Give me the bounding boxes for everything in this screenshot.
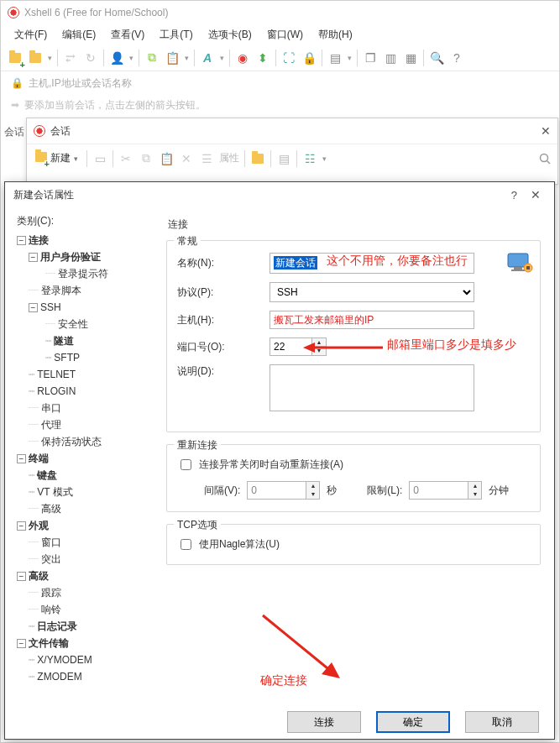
tree-appearance[interactable]: 外观 (29, 520, 49, 531)
delete-icon[interactable]: ✕ (179, 151, 194, 166)
props-icon[interactable]: ☰ (199, 151, 214, 166)
new-tab-icon[interactable]: + (8, 50, 23, 65)
port-input[interactable] (270, 337, 311, 356)
tree-filetransfer[interactable]: 文件传输 (29, 637, 69, 649)
tree-serial[interactable]: 串口 (41, 402, 61, 414)
tree-login-prompt[interactable]: 登录提示符 (58, 268, 108, 280)
spin-up-icon[interactable]: ▲ (468, 482, 481, 490)
interval-spinner[interactable]: ▲▼ (247, 481, 320, 500)
sessions-tab[interactable]: 会话 (4, 125, 24, 139)
tree-vtmode[interactable]: VT 模式 (37, 486, 72, 498)
tree-zmodem[interactable]: ZMODEM (37, 671, 81, 683)
cut-icon[interactable]: ✂ (118, 151, 133, 166)
menu-window[interactable]: 窗口(W) (260, 26, 310, 44)
description-textarea[interactable] (270, 364, 474, 411)
paste2-icon[interactable]: 📋 (159, 151, 174, 166)
tile-icon[interactable]: ▤ (327, 50, 343, 65)
tree-proxy[interactable]: 代理 (41, 419, 61, 431)
collapse-icon[interactable]: − (17, 572, 26, 581)
address-placeholder[interactable]: 主机,IP地址或会话名称 (29, 76, 132, 91)
help-icon[interactable]: ? (503, 189, 526, 201)
connect-button[interactable]: 连接 (287, 711, 361, 733)
tree-login-script[interactable]: 登录脚本 (41, 285, 81, 296)
copy-icon[interactable]: ⧉ (144, 50, 160, 65)
tree-terminal[interactable]: 终端 (29, 453, 49, 464)
search-tb-icon[interactable]: 🔍 (429, 50, 444, 65)
tree-trace[interactable]: 跟踪 (41, 587, 61, 599)
swirl-icon[interactable]: ◉ (235, 50, 250, 65)
spin-up-icon[interactable]: ▲ (312, 338, 326, 347)
tree-sftp[interactable]: SFTP (54, 352, 80, 364)
limit-spinner[interactable]: ▲▼ (409, 481, 482, 500)
tree-keyboard[interactable]: 键盘 (37, 469, 57, 481)
collapse-icon[interactable]: − (17, 521, 26, 531)
cascade-icon[interactable]: ❐ (363, 50, 378, 65)
link-icon[interactable]: ⥂ (63, 50, 78, 65)
collapse-icon[interactable]: − (29, 303, 38, 312)
spin-up-icon[interactable]: ▲ (306, 482, 319, 490)
tree-window[interactable]: 窗口 (41, 536, 61, 548)
tree-auth[interactable]: 用户身份验证 (40, 251, 101, 263)
tree-connection[interactable]: 连接 (29, 234, 49, 246)
tree-xymodem[interactable]: X/YMODEM (37, 654, 92, 666)
port-spinner[interactable]: ▲▼ (311, 337, 327, 356)
paste-icon[interactable]: 📋 (165, 50, 180, 65)
copy2-icon[interactable]: ⧉ (139, 151, 154, 166)
help-tb-icon[interactable]: ? (449, 50, 464, 65)
menu-file[interactable]: 文件(F) (8, 26, 54, 44)
collapse-icon[interactable]: − (17, 639, 26, 648)
sessions-generic-icon[interactable]: ▭ (92, 151, 107, 166)
profile-icon[interactable]: 👤 (109, 50, 124, 65)
menu-help[interactable]: 帮助(H) (311, 26, 359, 44)
open-folder-icon[interactable] (250, 151, 265, 166)
spin-down-icon[interactable]: ▼ (306, 490, 319, 499)
props-button-label[interactable]: 属性 (219, 151, 239, 165)
menu-edit[interactable]: 编辑(E) (55, 26, 102, 44)
interval-input[interactable] (247, 481, 306, 500)
tree-security[interactable]: 安全性 (58, 318, 88, 330)
collapse-icon[interactable]: − (17, 454, 26, 463)
host-input[interactable] (270, 311, 474, 329)
tree-tunnel[interactable]: 隧道 (54, 335, 74, 347)
close-icon[interactable]: ✕ (526, 188, 546, 201)
fullscreen-icon[interactable]: ⛶ (281, 50, 296, 65)
nagle-checkbox[interactable]: 使用Nagle算法(U) (177, 536, 280, 552)
list-icon[interactable]: ☷ (302, 151, 317, 166)
font-icon[interactable]: A (200, 50, 215, 65)
tree-advanced[interactable]: 高级 (29, 570, 49, 582)
limit-input[interactable] (409, 481, 468, 500)
cancel-button[interactable]: 取消 (465, 711, 539, 733)
collapse-icon[interactable]: − (29, 253, 38, 262)
auto-reconnect-input[interactable] (181, 459, 191, 470)
tree-ssh[interactable]: SSH (40, 301, 61, 313)
nagle-input[interactable] (181, 539, 191, 550)
name-input[interactable]: 新建会话 (274, 256, 317, 269)
tree-telnet[interactable]: TELNET (37, 369, 76, 380)
tree-highlight[interactable]: 突出 (41, 553, 61, 565)
menu-tabs[interactable]: 选项卡(B) (201, 26, 259, 44)
tree-logging[interactable]: 日志记录 (37, 620, 77, 632)
search-icon[interactable] (537, 151, 552, 166)
transfer-icon[interactable]: ⬍ (255, 50, 270, 65)
new-session-button[interactable]: + 新建 ▾ (32, 149, 81, 167)
ok-button[interactable]: 确定 (376, 711, 450, 733)
collapse-icon[interactable]: − (17, 236, 26, 245)
tree-keepalive[interactable]: 保持活动状态 (41, 436, 102, 447)
open-icon[interactable] (28, 50, 43, 65)
spin-down-icon[interactable]: ▼ (468, 490, 481, 499)
tree-advanced-terminal[interactable]: 高级 (41, 503, 61, 515)
reconnect-icon[interactable]: ↻ (83, 50, 98, 65)
menu-tools[interactable]: 工具(T) (153, 26, 199, 44)
tile-v-icon[interactable]: ▦ (403, 50, 418, 65)
spin-down-icon[interactable]: ▼ (312, 347, 326, 355)
protocol-select[interactable]: SSH (270, 282, 474, 302)
tree-rlogin[interactable]: RLOGIN (37, 385, 76, 397)
auto-reconnect-checkbox[interactable]: 连接异常关闭时自动重新连接(A) (177, 457, 343, 473)
tree-bell[interactable]: 响铃 (41, 604, 61, 615)
lock-tb-icon[interactable]: 🔒 (301, 50, 317, 65)
category-tree[interactable]: −连接 −用户身份验证 ┈ 登录提示符 ┈ 登录脚本 −SSH ┈ 安全性 ┈ … (17, 232, 153, 685)
tile-h-icon[interactable]: ▥ (383, 50, 398, 65)
close-icon[interactable]: ✕ (541, 124, 551, 138)
view-mode-icon[interactable]: ▤ (276, 151, 291, 166)
menu-view[interactable]: 查看(V) (104, 26, 151, 44)
